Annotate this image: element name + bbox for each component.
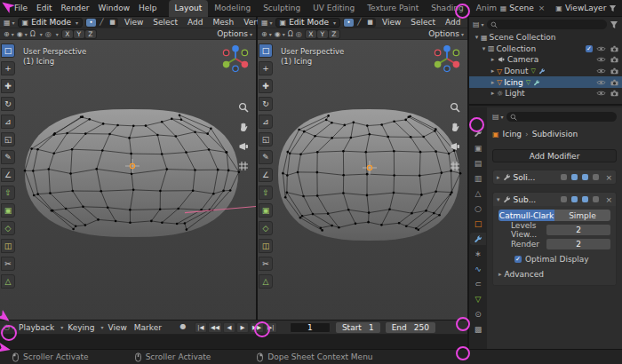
tool-rotate[interactable]: ↻ [1, 97, 15, 111]
select-mode-edge[interactable]: ╱ [355, 19, 364, 27]
viewlayer-filter-icon[interactable] [609, 4, 617, 12]
tool-select-box[interactable]: □ [259, 44, 273, 58]
viewport-canvas-area[interactable]: □ + ✚ ↻ ⊿ ◱ ✎ ∠ ⇧ ▣ ◇ ◫ ✂ △ User Perspec… [0, 40, 256, 320]
mode-dropdown[interactable]: ▣ Edit Mode▾ [18, 18, 83, 28]
menu-mesh[interactable]: Mesh [210, 18, 238, 27]
menu-select[interactable]: Select [149, 18, 181, 27]
render-visibility-icon[interactable] [610, 79, 619, 86]
current-frame-field[interactable]: 1 [290, 322, 331, 333]
scene-name[interactable]: Scene [509, 4, 533, 12]
select-mode-vertex[interactable]: ∙ [86, 19, 96, 27]
tool-knife[interactable]: ✂ [1, 257, 15, 271]
expand-icon[interactable]: ▾ [480, 45, 488, 52]
advanced-section[interactable]: ▸ Advanced [498, 270, 610, 279]
expand-icon[interactable]: ▸ [489, 56, 497, 63]
properties-tab-scene[interactable]: △ [470, 187, 486, 200]
display-editmode-toggle[interactable] [561, 196, 567, 202]
add-modifier-button[interactable]: Add Modifier [492, 149, 617, 162]
tool-extrude-region[interactable]: ⇧ [1, 186, 15, 200]
collapse-icon[interactable]: ▾ [497, 196, 500, 203]
mirror-z-button[interactable]: Z [329, 30, 339, 38]
properties-tab-tool[interactable] [470, 127, 486, 139]
menu-select[interactable]: Select [407, 18, 439, 27]
collection-checkbox[interactable]: ✓ [586, 45, 593, 52]
expand-icon[interactable]: ▸ [489, 67, 497, 75]
previous-keyframe-button[interactable]: ◀◀ [208, 322, 222, 333]
tool-scale[interactable]: ⊿ [259, 115, 273, 129]
select-mode-face[interactable]: ■ [365, 19, 375, 27]
outliner-row-light[interactable]: ▸ ☼ Light [469, 88, 622, 99]
tool-loop-cut[interactable]: ◫ [259, 239, 273, 253]
levels-render-field[interactable]: 2 [546, 239, 610, 249]
snap-magnet-icon[interactable]: Ω [288, 30, 293, 38]
transform-orientation-icon[interactable]: ⊕▾ [261, 30, 272, 38]
display-editmode-toggle[interactable] [561, 174, 567, 180]
menu-help[interactable]: Help [134, 4, 162, 12]
levels-viewport-field[interactable]: 2 [546, 225, 610, 235]
simple-button[interactable]: Simple [554, 210, 610, 221]
properties-tab-render[interactable]: ▣ [470, 142, 486, 154]
display-cage-toggle[interactable] [593, 196, 599, 202]
render-visibility-icon[interactable] [610, 45, 619, 52]
end-frame-field[interactable]: End 250 [386, 322, 435, 333]
workspace-tab-layout[interactable]: Layout [169, 0, 209, 17]
proportional-edit-icon[interactable]: ◎ [296, 30, 302, 38]
expand-icon[interactable]: ▸ [489, 79, 497, 86]
proportional-falloff-icon[interactable]: ▾ [54, 31, 59, 37]
display-render-toggle[interactable] [582, 196, 588, 202]
outliner-row-icing[interactable]: ▸ ▽ Icing ▽ [469, 76, 622, 88]
outliner-row-scene-collection[interactable]: ▾ ▦ Scene Collection [469, 32, 622, 44]
outliner-filter-icon[interactable] [610, 20, 618, 29]
select-mode-edge[interactable]: ╱ [97, 19, 107, 27]
snap-magnet-icon[interactable]: Ω [30, 30, 36, 38]
mesh-canvas[interactable] [0, 40, 256, 320]
mirror-z-button[interactable]: Z [85, 30, 96, 38]
editor-type-icon[interactable]: ▦▾ [261, 19, 273, 27]
properties-tab-particles[interactable]: ∗ [470, 248, 486, 260]
jump-to-start-button[interactable]: |◀ [195, 322, 207, 333]
mode-dropdown[interactable]: ▣ Edit Mode▾ [275, 18, 340, 28]
snap-target-icon[interactable]: ▾ [38, 31, 43, 37]
hide-eye-icon[interactable] [596, 79, 606, 86]
display-realtime-toggle[interactable] [571, 196, 578, 202]
jump-to-end-button[interactable]: ▶| [265, 322, 277, 333]
properties-tab-modifiers[interactable] [470, 233, 486, 245]
navigation-gizmo[interactable] [432, 44, 462, 74]
tool-annotate[interactable]: ✎ [1, 150, 15, 164]
render-visibility-icon[interactable] [610, 67, 619, 75]
expand-icon[interactable]: ▾ [473, 34, 481, 41]
camera-view-icon[interactable] [450, 141, 460, 152]
properties-tab-texture[interactable]: ▩ [470, 323, 486, 336]
menu-keying[interactable]: Keying [65, 323, 97, 332]
properties-tab-world[interactable]: ○ [470, 202, 486, 215]
tool-loop-cut[interactable]: ◫ [1, 239, 15, 253]
modifier-header[interactable]: ▾ Sub... × [493, 193, 616, 206]
mirror-x-button[interactable]: X [306, 30, 316, 38]
outliner-search-input[interactable] [487, 20, 607, 29]
tool-transform[interactable]: ◱ [1, 132, 15, 146]
remove-modifier-icon[interactable]: × [605, 195, 612, 204]
tool-scale[interactable]: ⊿ [1, 115, 15, 129]
navigation-gizmo[interactable] [220, 44, 251, 74]
outliner-row-collection[interactable]: ▾ ▥ Collection ✓ [469, 44, 622, 55]
tool-extrude-region[interactable]: ⇧ [259, 186, 273, 200]
mirror-y-button[interactable]: Y [74, 30, 84, 38]
viewlayer-name[interactable]: ViewLayer [565, 4, 606, 12]
properties-editor-icon[interactable]: ▤▾ [492, 113, 504, 121]
menu-add[interactable]: Add [184, 18, 206, 27]
tool-inset-faces[interactable]: ▣ [1, 203, 15, 218]
tool-measure[interactable]: ∠ [259, 168, 273, 182]
pan-hand-icon[interactable] [450, 122, 460, 132]
menu-view[interactable]: View [379, 18, 404, 27]
editor-type-icon[interactable]: ▦▾ [4, 19, 15, 27]
tool-transform[interactable]: ◱ [259, 132, 273, 146]
render-visibility-icon[interactable] [610, 56, 619, 63]
expand-icon[interactable]: ▸ [498, 271, 502, 278]
tool-cursor[interactable]: + [259, 61, 273, 75]
menu-file[interactable]: File [10, 4, 32, 12]
menu-edit[interactable]: Edit [32, 4, 56, 12]
render-visibility-icon[interactable] [610, 90, 619, 97]
menu-playback[interactable]: Playback [16, 323, 57, 332]
options-dropdown[interactable]: Options▾ [217, 29, 252, 38]
properties-tab-constraints[interactable]: ⊂ [470, 278, 486, 290]
